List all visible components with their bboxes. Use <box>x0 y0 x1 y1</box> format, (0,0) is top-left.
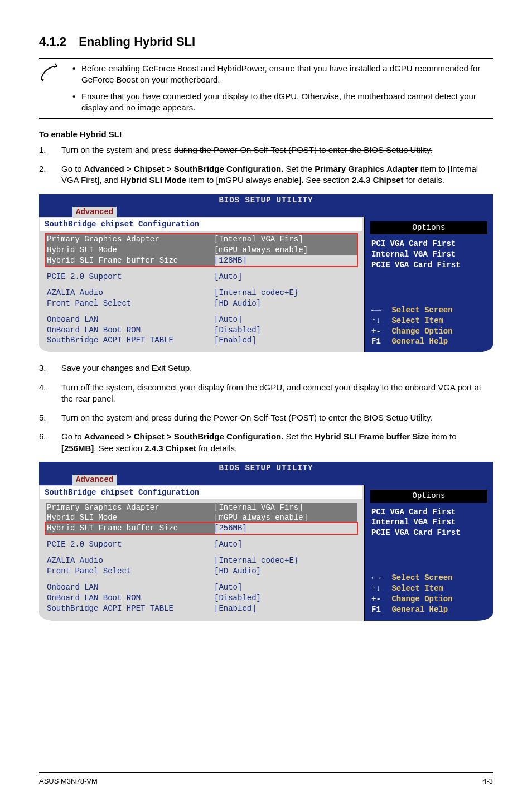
bios-tabrow: Advanced <box>39 475 493 485</box>
bios-tab-advanced: Advanced <box>72 475 117 485</box>
bios-options-list: PCI VGA Card First Internal VGA First PC… <box>365 507 493 539</box>
steps-list-2: Save your changes and Exit Setup. Turn o… <box>39 363 493 454</box>
bios-left-pane: SouthBridge chipset Configuration Primar… <box>39 485 364 621</box>
bios-options-list: PCI VGA Card First Internal VGA First PC… <box>365 239 493 270</box>
bios-rows: Primary Graphics Adapter[Internal VGA Fi… <box>47 233 356 346</box>
step-item: Go to Advanced > Chipset > SouthBridge C… <box>39 163 493 186</box>
subheading: To enable Hybrid SLI <box>39 129 493 140</box>
note-item: Before enabling GeForce Boost and Hybrid… <box>72 63 493 86</box>
page-footer: ASUS M3N78-VM 4-3 <box>39 772 493 786</box>
bios-tab-advanced: Advanced <box>72 207 117 218</box>
bios-key-legend: ←→ Select Screen↑↓ Select Item+- Change … <box>365 303 493 347</box>
step-item: Turn on the system and press during the … <box>39 412 493 423</box>
bios-key-legend: ←→ Select Screen↑↓ Select Item+- Change … <box>365 571 493 615</box>
bios-titlebar: BIOS SETUP UTILITY <box>39 194 493 207</box>
note-list: Before enabling GeForce Boost and Hybrid… <box>64 63 493 114</box>
step-item: Go to Advanced > Chipset > SouthBridge C… <box>39 431 493 454</box>
bios-right-pane: Options PCI VGA Card First Internal VGA … <box>364 485 493 621</box>
bios-panel-2: BIOS SETUP UTILITY Advanced SouthBridge … <box>39 462 493 621</box>
footer-right: 4-3 <box>482 776 493 786</box>
bios-right-pane: Options PCI VGA Card First Internal VGA … <box>364 217 493 352</box>
step-item: Save your changes and Exit Setup. <box>39 363 493 374</box>
bios-rows: Primary Graphics Adapter[Internal VGA Fi… <box>47 503 356 614</box>
bios-options-label: Options <box>370 221 487 234</box>
bios-titlebar: BIOS SETUP UTILITY <box>39 462 493 475</box>
note-icon <box>39 63 64 86</box>
bios-panel-1: BIOS SETUP UTILITY Advanced SouthBridge … <box>39 194 493 353</box>
section-title: Enabling Hybrid SLI <box>79 35 195 49</box>
bios-config-heading: SouthBridge chipset Configuration <box>40 486 362 499</box>
footer-left: ASUS M3N78-VM <box>39 776 98 786</box>
section-heading: 4.1.2 Enabling Hybrid SLI <box>39 33 493 50</box>
bios-config-heading: SouthBridge chipset Configuration <box>40 218 362 231</box>
note-item: Ensure that you have connected your disp… <box>72 91 493 114</box>
bios-options-label: Options <box>370 490 487 503</box>
step-item: Turn on the system and press during the … <box>39 144 493 156</box>
step-item: Turn off the system, disconnect your dis… <box>39 382 493 405</box>
note-box: Before enabling GeForce Boost and Hybrid… <box>39 58 493 119</box>
bios-tabrow: Advanced <box>39 207 493 218</box>
bios-left-pane: SouthBridge chipset Configuration Primar… <box>39 217 364 352</box>
steps-list-1: Turn on the system and press during the … <box>39 144 493 186</box>
section-number: 4.1.2 <box>39 33 75 50</box>
